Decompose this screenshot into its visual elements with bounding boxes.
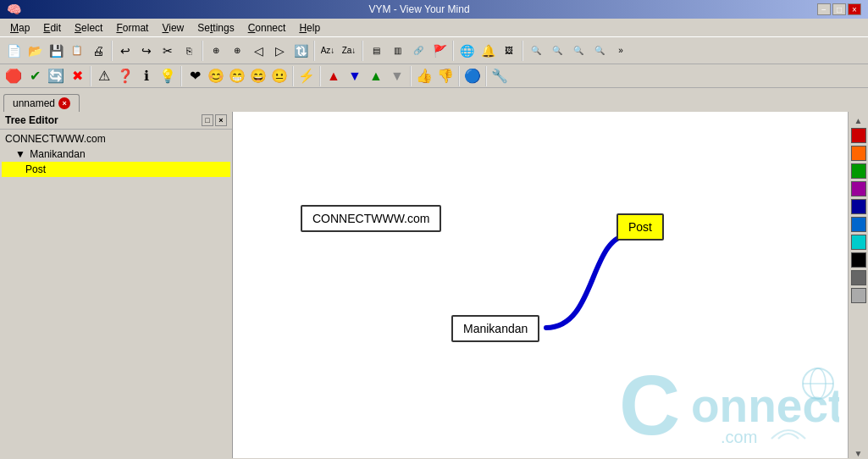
swatch-green[interactable] <box>851 163 866 179</box>
menu-format[interactable]: Format <box>109 20 155 36</box>
tree-expand-button[interactable]: □ <box>202 114 213 126</box>
close-button[interactable]: × <box>848 3 861 15</box>
notify-button[interactable]: 🔔 <box>478 41 498 61</box>
cross-icon-btn[interactable]: ✖ <box>67 66 87 86</box>
menu-settings[interactable]: Settings <box>191 20 240 36</box>
swatch-orange[interactable] <box>851 146 866 161</box>
tab-close-button[interactable]: × <box>58 97 70 109</box>
node-root[interactable]: CONNECTWWW.com <box>301 205 441 232</box>
print-button[interactable]: 🖨 <box>88 41 108 61</box>
info-icon-btn[interactable]: ℹ <box>136 66 157 86</box>
swatch-cyan[interactable] <box>851 235 866 250</box>
svg-point-4 <box>810 368 826 399</box>
svg-text:C: C <box>619 362 680 447</box>
app-icon: 🧠 <box>7 3 21 16</box>
tree-close-button[interactable]: × <box>215 114 227 126</box>
lightning-icon-btn[interactable]: ⚡ <box>296 66 317 86</box>
separator-t2-6 <box>458 66 460 86</box>
menu-help[interactable]: Help <box>292 20 327 36</box>
tree-item-root[interactable]: CONNECTWWW.com <box>2 131 230 147</box>
laugh-icon-btn[interactable]: 😄 <box>248 66 268 86</box>
menu-map[interactable]: Map <box>3 20 36 36</box>
tri-down-icon-btn[interactable]: ▼ <box>345 66 365 86</box>
refresh-button[interactable]: 🔃 <box>290 41 311 61</box>
image-button[interactable]: 🖼 <box>499 41 519 61</box>
grin-icon-btn[interactable]: 😁 <box>227 66 247 86</box>
nav-fwd-button[interactable]: ▷ <box>269 41 290 61</box>
thumbup-icon-btn[interactable]: 👍 <box>414 66 434 86</box>
question-icon-btn[interactable]: ❓ <box>115 66 135 86</box>
tree-item-post[interactable]: Post <box>2 162 230 177</box>
cut-button[interactable]: ✂ <box>158 41 178 61</box>
swatch-gray-dark[interactable] <box>851 270 866 285</box>
zoom-reset-button[interactable]: 🔍 <box>589 41 610 61</box>
zoom-in-button[interactable]: ⊕ <box>227 41 247 61</box>
smile-icon-btn[interactable]: 😊 <box>206 66 226 86</box>
menu-view[interactable]: View <box>155 20 191 36</box>
neutral-icon-btn[interactable]: 😐 <box>269 66 290 86</box>
window-controls: − □ × <box>817 3 861 15</box>
node-post[interactable]: Post <box>616 213 664 241</box>
reload-icon-btn[interactable]: 🔄 <box>46 66 66 86</box>
tabbar: unnamed × <box>0 88 868 112</box>
flag-button[interactable]: 🚩 <box>429 41 450 61</box>
idea-icon-btn[interactable]: 💡 <box>158 66 178 86</box>
zoom-fit-button[interactable]: 🔍 <box>526 41 546 61</box>
save-button[interactable]: 💾 <box>46 41 66 61</box>
menu-connect[interactable]: Connect <box>241 20 293 36</box>
import-button[interactable]: ▥ <box>387 41 407 61</box>
tri-down2-icon-btn[interactable]: ▼ <box>387 66 407 86</box>
menu-select[interactable]: Select <box>68 20 109 36</box>
tab-unnamed[interactable]: unnamed × <box>3 94 80 112</box>
export-button[interactable]: ▤ <box>366 41 386 61</box>
more-button[interactable]: » <box>611 41 631 61</box>
task-icon-btn[interactable]: 🔵 <box>462 66 483 86</box>
new-map-button[interactable]: 📋 <box>67 41 87 61</box>
swatch-red[interactable] <box>851 128 866 143</box>
scroll-up-arrow[interactable]: ▲ <box>851 115 866 125</box>
swatch-black[interactable] <box>851 252 866 268</box>
swatch-blue[interactable] <box>851 217 866 232</box>
sort-za-button[interactable]: Za↓ <box>339 41 359 61</box>
stop-icon-btn[interactable]: 🛑 <box>3 66 24 86</box>
tab-label: unnamed <box>13 97 55 109</box>
tree-item-manikandan[interactable]: ▼ Manikandan <box>2 147 230 162</box>
heart-icon-btn[interactable]: ❤ <box>185 66 205 86</box>
zoom-in2-button[interactable]: 🔍 <box>547 41 567 61</box>
separator-t2-1 <box>90 66 91 86</box>
watermark: C onnect .com <box>619 362 839 450</box>
restore-button[interactable]: □ <box>832 3 846 15</box>
open-button[interactable]: 📂 <box>25 41 45 61</box>
check-icon-btn[interactable]: ✔ <box>25 66 45 86</box>
node-post-label: Post <box>628 220 652 234</box>
tree-header-controls: □ × <box>202 114 227 126</box>
undo-button[interactable]: ↩ <box>115 41 135 61</box>
new-button[interactable]: 📄 <box>3 41 24 61</box>
thumbdown-icon-btn[interactable]: 👎 <box>435 66 456 86</box>
swatch-gray[interactable] <box>851 288 866 303</box>
nav-back-button[interactable]: ◁ <box>248 41 268 61</box>
main-area: Tree Editor □ × CONNECTWWW.com ▼ Manikan… <box>0 112 868 458</box>
tri-up2-icon-btn[interactable]: ▲ <box>366 66 386 86</box>
copy-button[interactable]: ⎘ <box>179 41 199 61</box>
titlebar: 🧠 VYM - View Your Mind − □ × <box>0 0 868 19</box>
link-button[interactable]: 🔗 <box>408 41 428 61</box>
node-manikandan[interactable]: Manikandan <box>451 315 539 342</box>
sort-az-button[interactable]: Az↓ <box>318 41 338 61</box>
scroll-down-arrow[interactable]: ▼ <box>851 448 866 458</box>
menubar: Map Edit Select Format View Settings Con… <box>0 19 868 37</box>
menu-edit[interactable]: Edit <box>36 20 68 36</box>
zoom-out-button[interactable]: 🔍 <box>568 41 589 61</box>
web-button[interactable]: 🌐 <box>456 41 477 61</box>
zoom-orig-button[interactable]: ⊕ <box>206 41 226 61</box>
swatch-blue-dark[interactable] <box>851 199 866 214</box>
separator-2 <box>202 41 203 61</box>
swatch-purple[interactable] <box>851 181 866 196</box>
settings-icon-btn[interactable]: 🔧 <box>489 66 510 86</box>
warn-icon-btn[interactable]: ⚠ <box>94 66 114 86</box>
canvas-area[interactable]: CONNECTWWW.com Manikandan Post C onnect … <box>233 112 848 458</box>
toolbar-main: 📄 📂 💾 📋 🖨 ↩ ↪ ✂ ⎘ ⊕ ⊕ ◁ ▷ 🔃 Az↓ Za↓ ▤ ▥ … <box>0 37 868 64</box>
redo-button[interactable]: ↪ <box>136 41 157 61</box>
minimize-button[interactable]: − <box>817 3 831 15</box>
tri-up-icon-btn[interactable]: ▲ <box>323 66 344 86</box>
